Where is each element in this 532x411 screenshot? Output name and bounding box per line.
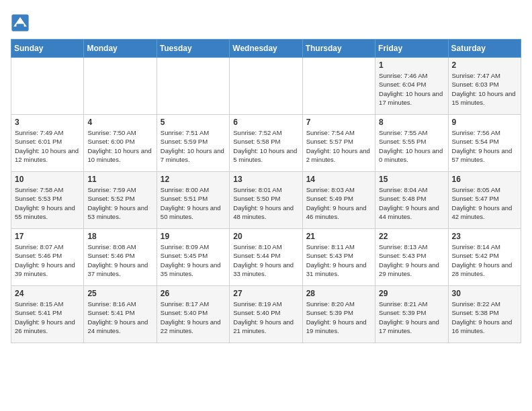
calendar-cell: 15Sunrise: 8:04 AM Sunset: 5:48 PM Dayli… [375,172,448,229]
day-number: 29 [379,289,444,298]
day-info: Sunrise: 8:21 AM Sunset: 5:39 PM Dayligh… [379,300,444,335]
day-number: 2 [452,60,517,70]
calendar-row-2: 10Sunrise: 7:58 AM Sunset: 5:53 PM Dayli… [11,172,521,229]
day-info: Sunrise: 7:56 AM Sunset: 5:54 PM Dayligh… [452,128,517,164]
calendar-cell: 12Sunrise: 8:00 AM Sunset: 5:51 PM Dayli… [157,172,229,229]
calendar-cell: 5Sunrise: 7:51 AM Sunset: 5:59 PM Daylig… [157,115,229,172]
day-info: Sunrise: 8:09 AM Sunset: 5:45 PM Dayligh… [161,242,226,278]
day-number: 19 [161,232,226,241]
calendar-cell: 17Sunrise: 8:07 AM Sunset: 5:46 PM Dayli… [11,229,84,286]
day-info: Sunrise: 8:11 AM Sunset: 5:43 PM Dayligh… [306,242,371,278]
day-number: 13 [233,175,298,184]
calendar-cell: 21Sunrise: 8:11 AM Sunset: 5:43 PM Dayli… [302,229,375,286]
page-header [11,11,521,32]
day-info: Sunrise: 8:19 AM Sunset: 5:40 PM Dayligh… [233,300,298,335]
header-cell-tuesday: Tuesday [157,40,229,58]
header-cell-sunday: Sunday [11,40,84,58]
day-info: Sunrise: 8:22 AM Sunset: 5:38 PM Dayligh… [452,300,517,335]
day-info: Sunrise: 8:17 AM Sunset: 5:40 PM Dayligh… [161,300,226,335]
day-number: 12 [161,175,226,184]
calendar-cell: 18Sunrise: 8:08 AM Sunset: 5:46 PM Dayli… [84,229,157,286]
day-info: Sunrise: 7:58 AM Sunset: 5:53 PM Dayligh… [15,185,80,221]
day-number: 22 [379,232,444,241]
day-info: Sunrise: 7:47 AM Sunset: 6:03 PM Dayligh… [452,71,517,107]
header-cell-wednesday: Wednesday [230,40,302,58]
svg-rect-2 [16,24,24,28]
calendar-cell [84,58,157,115]
day-number: 24 [15,289,80,298]
day-info: Sunrise: 8:04 AM Sunset: 5:48 PM Dayligh… [379,185,444,221]
day-info: Sunrise: 7:55 AM Sunset: 5:55 PM Dayligh… [379,128,444,164]
day-number: 25 [87,289,152,298]
day-number: 8 [379,118,444,127]
day-number: 14 [306,175,371,184]
header-cell-thursday: Thursday [302,40,375,58]
day-number: 10 [15,175,80,184]
day-number: 4 [87,118,152,127]
calendar-table: SundayMondayTuesdayWednesdayThursdayFrid… [11,39,521,343]
day-info: Sunrise: 7:49 AM Sunset: 6:01 PM Dayligh… [15,128,80,164]
logo [11,13,32,32]
calendar-cell: 2Sunrise: 7:47 AM Sunset: 6:03 PM Daylig… [448,58,521,115]
calendar-cell: 9Sunrise: 7:56 AM Sunset: 5:54 PM Daylig… [448,115,521,172]
day-info: Sunrise: 8:15 AM Sunset: 5:41 PM Dayligh… [15,300,80,335]
calendar-cell: 23Sunrise: 8:14 AM Sunset: 5:42 PM Dayli… [448,229,521,286]
header-cell-friday: Friday [375,40,448,58]
logo-icon [11,13,30,32]
day-info: Sunrise: 8:16 AM Sunset: 5:41 PM Dayligh… [87,300,152,335]
calendar-cell: 26Sunrise: 8:17 AM Sunset: 5:40 PM Dayli… [157,286,229,343]
day-number: 23 [452,232,517,241]
calendar-cell: 19Sunrise: 8:09 AM Sunset: 5:45 PM Dayli… [157,229,229,286]
day-number: 11 [87,175,152,184]
calendar-cell [230,58,302,115]
calendar-body: 1Sunrise: 7:46 AM Sunset: 6:04 PM Daylig… [11,58,521,343]
day-info: Sunrise: 7:46 AM Sunset: 6:04 PM Dayligh… [379,71,444,107]
day-number: 5 [161,118,226,127]
calendar-cell [11,58,84,115]
day-number: 16 [452,175,517,184]
day-info: Sunrise: 8:13 AM Sunset: 5:43 PM Dayligh… [379,242,444,278]
calendar-cell: 28Sunrise: 8:20 AM Sunset: 5:39 PM Dayli… [302,286,375,343]
calendar-cell: 27Sunrise: 8:19 AM Sunset: 5:40 PM Dayli… [230,286,302,343]
day-info: Sunrise: 8:00 AM Sunset: 5:51 PM Dayligh… [161,185,226,221]
day-info: Sunrise: 7:50 AM Sunset: 6:00 PM Dayligh… [87,128,152,164]
day-info: Sunrise: 8:08 AM Sunset: 5:46 PM Dayligh… [87,242,152,278]
day-info: Sunrise: 7:52 AM Sunset: 5:58 PM Dayligh… [233,128,298,164]
day-info: Sunrise: 8:01 AM Sunset: 5:50 PM Dayligh… [233,185,298,221]
header-cell-monday: Monday [84,40,157,58]
day-info: Sunrise: 8:05 AM Sunset: 5:47 PM Dayligh… [452,185,517,221]
calendar-cell: 29Sunrise: 8:21 AM Sunset: 5:39 PM Dayli… [375,286,448,343]
calendar-cell: 8Sunrise: 7:55 AM Sunset: 5:55 PM Daylig… [375,115,448,172]
calendar-cell: 1Sunrise: 7:46 AM Sunset: 6:04 PM Daylig… [375,58,448,115]
calendar-cell: 3Sunrise: 7:49 AM Sunset: 6:01 PM Daylig… [11,115,84,172]
calendar-cell: 11Sunrise: 7:59 AM Sunset: 5:52 PM Dayli… [84,172,157,229]
day-info: Sunrise: 7:54 AM Sunset: 5:57 PM Dayligh… [306,128,371,164]
day-number: 15 [379,175,444,184]
calendar-cell: 13Sunrise: 8:01 AM Sunset: 5:50 PM Dayli… [230,172,302,229]
day-number: 6 [233,118,298,127]
calendar-cell: 25Sunrise: 8:16 AM Sunset: 5:41 PM Dayli… [84,286,157,343]
calendar-cell [157,58,229,115]
day-number: 27 [233,289,298,298]
calendar-cell: 16Sunrise: 8:05 AM Sunset: 5:47 PM Dayli… [448,172,521,229]
header-cell-saturday: Saturday [448,40,521,58]
header-row: SundayMondayTuesdayWednesdayThursdayFrid… [11,40,521,58]
calendar-cell: 10Sunrise: 7:58 AM Sunset: 5:53 PM Dayli… [11,172,84,229]
day-info: Sunrise: 8:07 AM Sunset: 5:46 PM Dayligh… [15,242,80,278]
day-info: Sunrise: 8:03 AM Sunset: 5:49 PM Dayligh… [306,185,371,221]
day-number: 30 [452,289,517,298]
calendar-cell: 14Sunrise: 8:03 AM Sunset: 5:49 PM Dayli… [302,172,375,229]
day-info: Sunrise: 8:14 AM Sunset: 5:42 PM Dayligh… [452,242,517,278]
calendar-row-3: 17Sunrise: 8:07 AM Sunset: 5:46 PM Dayli… [11,229,521,286]
day-number: 7 [306,118,371,127]
calendar-row-4: 24Sunrise: 8:15 AM Sunset: 5:41 PM Dayli… [11,286,521,343]
calendar-cell: 30Sunrise: 8:22 AM Sunset: 5:38 PM Dayli… [448,286,521,343]
day-number: 3 [15,118,80,127]
calendar-cell: 22Sunrise: 8:13 AM Sunset: 5:43 PM Dayli… [375,229,448,286]
day-number: 1 [379,60,444,70]
day-number: 17 [15,232,80,241]
day-number: 26 [161,289,226,298]
day-info: Sunrise: 7:51 AM Sunset: 5:59 PM Dayligh… [161,128,226,164]
calendar-cell: 7Sunrise: 7:54 AM Sunset: 5:57 PM Daylig… [302,115,375,172]
calendar-row-1: 3Sunrise: 7:49 AM Sunset: 6:01 PM Daylig… [11,115,521,172]
